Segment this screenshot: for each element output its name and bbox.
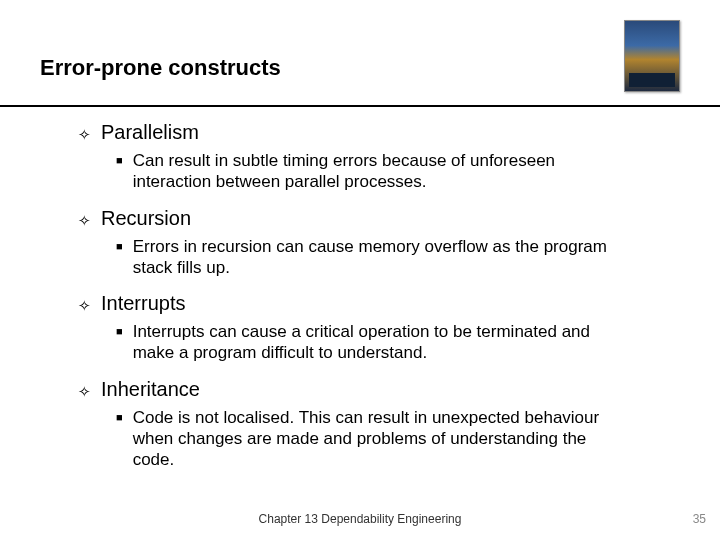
square-icon: ■: [116, 241, 123, 252]
sub-bullet-text: Errors in recursion can cause memory ove…: [133, 236, 626, 279]
sub-bullet-text: Can result in subtle timing errors becau…: [133, 150, 626, 193]
slide-content: ✧ Parallelism ■ Can result in subtle tim…: [0, 81, 720, 470]
slide-title: Error-prone constructs: [40, 55, 680, 81]
bullet-line: ✧ Recursion: [78, 207, 660, 230]
bullet-inheritance: ✧ Inheritance ■ Code is not localised. T…: [78, 378, 660, 471]
diamond-icon: ✧: [78, 298, 91, 313]
diamond-icon: ✧: [78, 213, 91, 228]
book-cover-thumbnail: [624, 20, 680, 92]
header-divider: [0, 105, 720, 107]
sub-bullet: ■ Can result in subtle timing errors bec…: [116, 150, 626, 193]
bullet-parallelism: ✧ Parallelism ■ Can result in subtle tim…: [78, 121, 660, 193]
sub-bullet-text: Code is not localised. This can result i…: [133, 407, 626, 471]
bullet-label: Interrupts: [101, 292, 185, 315]
bullet-interrupts: ✧ Interrupts ■ Interrupts can cause a cr…: [78, 292, 660, 364]
sub-bullet-text: Interrupts can cause a critical operatio…: [133, 321, 626, 364]
sub-bullet: ■ Errors in recursion can cause memory o…: [116, 236, 626, 279]
footer-chapter: Chapter 13 Dependability Engineering: [0, 512, 720, 526]
bullet-recursion: ✧ Recursion ■ Errors in recursion can ca…: [78, 207, 660, 279]
diamond-icon: ✧: [78, 127, 91, 142]
page-number: 35: [693, 512, 706, 526]
slide-header: Error-prone constructs: [0, 0, 720, 81]
bullet-line: ✧ Interrupts: [78, 292, 660, 315]
square-icon: ■: [116, 326, 123, 337]
square-icon: ■: [116, 412, 123, 423]
diamond-icon: ✧: [78, 384, 91, 399]
bullet-line: ✧ Parallelism: [78, 121, 660, 144]
sub-bullet: ■ Code is not localised. This can result…: [116, 407, 626, 471]
square-icon: ■: [116, 155, 123, 166]
bullet-label: Inheritance: [101, 378, 200, 401]
bullet-line: ✧ Inheritance: [78, 378, 660, 401]
bullet-label: Recursion: [101, 207, 191, 230]
slide: Error-prone constructs ✧ Parallelism ■ C…: [0, 0, 720, 540]
bullet-label: Parallelism: [101, 121, 199, 144]
sub-bullet: ■ Interrupts can cause a critical operat…: [116, 321, 626, 364]
